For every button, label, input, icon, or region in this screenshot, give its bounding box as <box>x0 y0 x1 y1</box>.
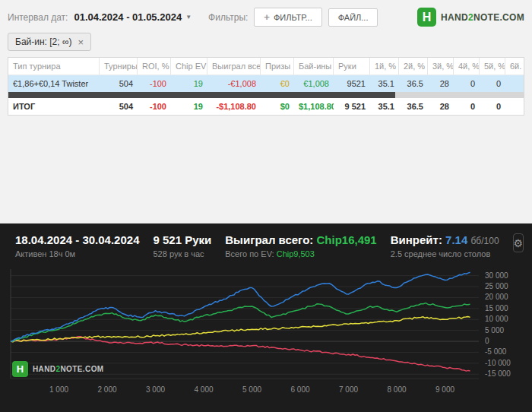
total-cell: 19 <box>171 98 207 115</box>
filter-chip-label: Бай-ин: [2; ∞) <box>15 36 71 47</box>
x-axis-tick-label: 9 000 <box>435 385 454 394</box>
total-cell: 9 521 <box>334 98 370 115</box>
table-cell: 504 <box>100 75 138 92</box>
y-axis-tick-label: -5 000 <box>485 347 507 356</box>
y-axis-tick-label: 10 000 <box>485 315 508 323</box>
y-axis-tick-label: 15 000 <box>485 304 508 312</box>
tournaments-table: Тип турнираТурнирыROI, %Chip EVВыиграл в… <box>8 57 524 116</box>
y-axis-tick-label: 5 000 <box>485 326 504 334</box>
stats-panel: 18.04.2024 - 30.04.2024 Активен 18ч 0м 9… <box>0 223 532 412</box>
column-header[interactable]: Руки <box>334 58 370 74</box>
total-cell: 504 <box>100 98 138 115</box>
horizontal-scrollbar[interactable] <box>8 92 524 98</box>
watermark-logo-icon: H <box>12 361 28 377</box>
table-cell: 28 <box>428 75 454 92</box>
column-header[interactable]: Тип турнира <box>8 58 100 74</box>
chart-series-yellow-line <box>11 317 470 342</box>
table-cell: 0 <box>480 75 505 92</box>
column-header[interactable]: ROI, % <box>138 58 171 74</box>
table-row[interactable]: €1,86+€0,14 Twister504-10019-€1,008€0€1,… <box>8 75 524 92</box>
table-body: €1,86+€0,14 Twister504-10019-€1,008€0€1,… <box>8 75 524 92</box>
ev-value: Chip9,503 <box>277 249 315 258</box>
gear-icon[interactable]: ⚙ <box>513 233 524 252</box>
add-filter-button[interactable]: + ФИЛЬТР... <box>254 8 321 27</box>
total-cell: -$1,108.80 <box>207 98 261 115</box>
column-header[interactable]: 1й, % <box>370 58 399 74</box>
x-axis-tick-label: 8 000 <box>388 385 407 394</box>
date-range-value: 01.04.2024 - 01.05.2024 <box>74 11 182 23</box>
stat-block-winrate: Винрейт: 7.14 бб/100 2.5 среднее число с… <box>391 233 499 258</box>
x-axis-tick-label: 1 000 <box>49 385 68 394</box>
panel-winrate: Винрейт: 7.14 бб/100 <box>391 233 499 246</box>
x-axis-tick-label: 4 000 <box>195 385 214 394</box>
total-cell: $1,108.80 <box>294 98 334 115</box>
stat-block-dates: 18.04.2024 - 30.04.2024 Активен 18ч 0м <box>15 233 139 258</box>
ev-label: Всего по EV: <box>225 249 274 258</box>
y-axis-tick-label: 20 000 <box>485 293 508 301</box>
panel-hands-per-hour: 528 рук в час <box>153 249 211 258</box>
total-cell: 0 <box>454 98 480 115</box>
panel-active-time: Активен 18ч 0м <box>15 249 139 258</box>
x-axis-tick-label: 5 000 <box>242 385 261 394</box>
winrate-unit: бб/100 <box>470 236 499 246</box>
filter-chip-row: Бай-ин: [2; ∞) × <box>0 33 532 57</box>
file-button[interactable]: ФАЙЛ... <box>328 8 378 27</box>
y-axis-tick-label: 0 <box>485 337 489 345</box>
table-header-row: Тип турнираТурнирыROI, %Chip EVВыиграл в… <box>8 58 524 75</box>
column-header[interactable]: Бай-ины <box>294 58 334 74</box>
total-cell: 35.1 <box>370 98 399 115</box>
filter-chip-buyin[interactable]: Бай-ин: [2; ∞) × <box>8 33 91 51</box>
total-cell: $0 <box>261 98 294 115</box>
watermark-part-1: HAND <box>33 365 56 373</box>
column-header[interactable]: Турниры <box>100 58 138 74</box>
column-header[interactable]: 2й, % <box>399 58 428 74</box>
hand2note-app: Интервал дат: 01.04.2024 - 01.05.2024 ▼ … <box>0 0 532 412</box>
y-axis-tick-label: -15 000 <box>485 369 511 378</box>
logo-part-3: NOTE.COM <box>473 12 524 23</box>
filters-label: Фильтры: <box>208 12 248 23</box>
watermark-logo-text: HAND2NOTE.COM <box>33 365 104 373</box>
logo-part-1: HAND <box>441 12 468 23</box>
x-axis-tick-label: 2 000 <box>97 385 116 394</box>
date-range-selector[interactable]: 01.04.2024 - 01.05.2024 ▼ <box>74 11 192 23</box>
stat-block-hands: 9 521 Руки 528 рук в час <box>153 233 211 258</box>
total-cell: -100 <box>138 98 171 115</box>
total-cell: 28 <box>428 98 454 115</box>
column-header[interactable]: 6й... <box>505 58 522 74</box>
chevron-down-icon: ▼ <box>185 14 192 21</box>
table-cell: 36.5 <box>399 75 428 92</box>
winnings-chart[interactable]: 30 00025 00020 00015 00010 0005 0000-5 0… <box>0 265 532 400</box>
hand2note-logo-icon: H <box>417 8 436 27</box>
table-total-row: ИТОГ504-10019-$1,108.80$0$1,108.809 5213… <box>8 98 524 115</box>
hand2note-logo-text: HAND2NOTE.COM <box>441 12 524 23</box>
table-cell: 9521 <box>334 75 370 92</box>
column-header[interactable]: 4й, % <box>454 58 480 74</box>
panel-won-total: Выиграл всего: Chip16,491 <box>225 233 376 246</box>
x-axis-tick-label: 7 000 <box>339 385 358 394</box>
won-value: Chip16,491 <box>317 233 377 246</box>
table-cell: 35.1 <box>370 75 399 92</box>
panel-hands: 9 521 Руки <box>153 233 211 246</box>
logo-part-2: 2 <box>468 12 473 23</box>
table-cell: 0 <box>454 75 480 92</box>
panel-avg-tables: 2.5 среднее число столов <box>391 249 499 258</box>
table-cell <box>505 80 522 87</box>
total-cell: 36.5 <box>399 98 428 115</box>
table-cell: -100 <box>138 75 171 92</box>
column-header[interactable]: 3й, % <box>428 58 454 74</box>
total-cell: 0 <box>480 98 505 115</box>
total-cell: ИТОГ <box>8 98 100 115</box>
column-header[interactable]: Призы <box>261 58 294 74</box>
date-interval-label: Интервал дат: <box>8 12 68 23</box>
scrollbar-thumb[interactable] <box>8 92 395 98</box>
y-axis-tick-label: 25 000 <box>485 282 508 290</box>
column-header[interactable]: 5й, % <box>480 58 505 74</box>
winrate-value: 7.14 <box>445 233 467 246</box>
x-axis-tick-label: 6 000 <box>291 385 310 394</box>
close-icon[interactable]: × <box>78 37 84 47</box>
column-header[interactable]: Выиграл всего... <box>207 58 261 74</box>
stats-panel-header: 18.04.2024 - 30.04.2024 Активен 18ч 0м 9… <box>0 223 532 263</box>
toolbar: Интервал дат: 01.04.2024 - 01.05.2024 ▼ … <box>0 0 532 33</box>
table-cell: €1,86+€0,14 Twister <box>8 75 100 92</box>
column-header[interactable]: Chip EV <box>171 58 207 74</box>
